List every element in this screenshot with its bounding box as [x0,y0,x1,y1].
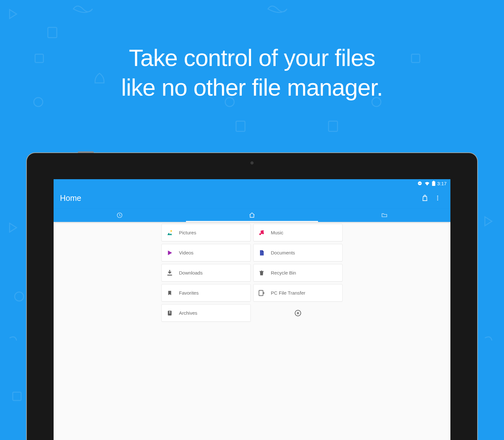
trash-icon [258,269,265,276]
svg-point-15 [437,196,438,197]
home-icon [249,212,255,218]
card-videos[interactable]: Videos [161,244,251,261]
tablet-frame: 3:17 Home [26,152,478,440]
card-downloads[interactable]: Downloads [161,264,251,282]
card-music[interactable]: Music [253,224,343,241]
svg-rect-23 [259,290,263,296]
svg-rect-9 [13,392,21,400]
documents-icon [258,249,265,256]
status-time: 3:17 [437,181,447,186]
app-title: Home [60,194,419,203]
card-archives[interactable]: Archives [161,304,251,322]
shopping-bag-icon [421,194,428,202]
svg-rect-12 [419,183,421,183]
headline-line-2: like no other file manager. [121,74,383,101]
videos-icon [166,249,173,256]
more-button[interactable] [431,192,444,204]
card-label: Favorites [179,290,199,296]
tablet-power-button [78,151,94,153]
svg-rect-26 [169,312,170,313]
svg-rect-22 [167,275,172,275]
bookmark-icon [166,290,173,297]
headline: Take control of your files like no other… [0,0,504,102]
card-label: Music [271,230,283,235]
tab-files[interactable] [318,209,450,222]
app-screen: 3:17 Home [54,179,450,440]
card-recycle-bin[interactable]: Recycle Bin [253,264,343,282]
shop-button[interactable] [419,192,431,204]
wifi-icon [424,181,430,186]
downloads-icon [166,269,173,276]
svg-rect-8 [236,121,245,131]
card-label: Documents [271,250,295,255]
battery-icon [432,181,435,186]
add-category-button[interactable] [253,304,343,322]
status-bar: 3:17 [54,179,450,187]
svg-rect-6 [329,121,337,131]
tablet-camera [250,161,254,165]
card-favorites[interactable]: Favorites [161,284,251,302]
card-pictures[interactable]: Pictures [161,224,251,241]
svg-point-16 [437,197,438,198]
svg-rect-25 [169,311,170,312]
headline-line-1: Take control of your files [129,45,375,71]
category-grid: Pictures Music Videos [161,224,343,322]
card-label: Videos [179,250,194,255]
more-vert-icon [434,195,441,201]
svg-point-20 [259,233,261,235]
svg-point-17 [437,199,438,200]
card-label: Pictures [179,230,196,235]
svg-rect-14 [433,181,434,181]
svg-point-21 [262,232,264,234]
pc-transfer-icon [258,290,265,297]
tab-recent[interactable] [54,209,186,222]
card-label: PC File Transfer [271,290,305,296]
tab-home[interactable] [186,209,318,222]
music-icon [258,229,265,236]
svg-point-19 [170,230,172,231]
card-pc-file-transfer[interactable]: PC File Transfer [253,284,343,302]
card-label: Recycle Bin [271,270,296,275]
svg-point-10 [15,292,24,301]
archive-icon [166,310,173,317]
pictures-icon [166,229,173,236]
app-bar: Home [54,187,450,209]
tab-bar [54,209,450,222]
dnd-icon [417,181,422,186]
folder-icon [381,212,388,218]
card-documents[interactable]: Documents [253,244,343,261]
clock-icon [116,212,123,218]
card-label: Archives [179,310,197,316]
plus-circle-icon [294,309,302,317]
home-content: Pictures Music Videos [54,222,450,322]
svg-rect-13 [432,181,435,186]
card-label: Downloads [179,270,203,275]
